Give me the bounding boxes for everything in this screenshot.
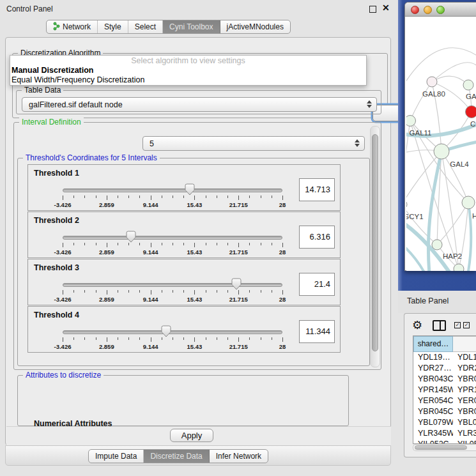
zoom-traffic-light-icon[interactable] bbox=[436, 6, 445, 14]
minor-tick bbox=[128, 243, 129, 245]
group-title: Table Data bbox=[22, 86, 63, 95]
network-edge[interactable] bbox=[441, 151, 459, 269]
network-edge-thick[interactable] bbox=[406, 242, 426, 271]
slider-track[interactable] bbox=[63, 236, 282, 240]
node-label: HAP2 bbox=[443, 252, 462, 260]
slider-thumb[interactable] bbox=[231, 278, 242, 290]
minimize-traffic-light-icon[interactable] bbox=[424, 6, 432, 14]
slider-thumb[interactable] bbox=[126, 231, 136, 243]
table-horizontal-scrollbar[interactable] bbox=[413, 444, 476, 451]
threshold-label: Threshold 1 bbox=[34, 169, 79, 178]
tick-label: 15.43 bbox=[187, 296, 203, 303]
network-node[interactable] bbox=[454, 264, 464, 271]
threshold-value-field[interactable]: 6.316 bbox=[299, 226, 335, 249]
table-cell: YBL079W bbox=[413, 417, 453, 428]
group-title: Attributes to discretize bbox=[23, 371, 104, 380]
content-scrollbar-thumb[interactable] bbox=[372, 134, 378, 351]
dropdown-item-equal-width-frequency[interactable]: Equal Width/Frequency Discretization bbox=[10, 75, 366, 85]
slider-track[interactable] bbox=[63, 283, 282, 287]
tab-discretize-data[interactable]: Discretize Data bbox=[144, 450, 209, 463]
table-data-combobox[interactable]: galFiltered.sif default node bbox=[22, 97, 377, 112]
network-node-hap2[interactable] bbox=[432, 240, 442, 250]
network-canvas[interactable]: GAL80GACGAL11GAL4GCY1HHAP2 bbox=[406, 17, 476, 271]
table-row[interactable]: YDR27…YDR27 bbox=[413, 363, 476, 374]
table-cell: YDL19 bbox=[453, 352, 476, 363]
threshold-box-2: Threshold 2-3.4262.8599.14415.4321.71528… bbox=[27, 211, 341, 258]
dropdown-placeholder-item[interactable]: Select algorithm to view settings bbox=[10, 56, 366, 66]
tick-label: -3.426 bbox=[54, 343, 72, 350]
slider-track[interactable] bbox=[63, 188, 282, 192]
threshold-value-field[interactable]: 11.344 bbox=[299, 320, 335, 343]
tab-jactivemnodules[interactable]: jActiveMNodules bbox=[220, 20, 290, 33]
tab-select[interactable]: Select bbox=[128, 20, 163, 33]
dropdown-item-manual-discretization[interactable]: Manual Discretization bbox=[10, 66, 366, 75]
table-row[interactable]: YPR145WYPR145W bbox=[413, 385, 476, 395]
slider-track[interactable] bbox=[63, 330, 282, 334]
table-row[interactable]: YIL052CYIL052C bbox=[413, 439, 476, 444]
gear-icon[interactable]: ⚙ bbox=[412, 319, 422, 332]
select-columns-checkbox-icon[interactable]: ✓ bbox=[454, 322, 461, 328]
slider-thumb[interactable] bbox=[185, 183, 195, 196]
close-traffic-light-icon[interactable] bbox=[411, 6, 419, 14]
threshold-value-field[interactable]: 14.713 bbox=[299, 178, 335, 201]
tab-cyni-toolbox[interactable]: Cyni Toolbox bbox=[163, 20, 220, 33]
table-row[interactable]: YER054CYER054C bbox=[413, 395, 476, 406]
table-row[interactable]: YBR045CYBR045C bbox=[413, 406, 476, 417]
column-header-name[interactable]: name bbox=[453, 336, 476, 352]
minor-tick bbox=[227, 337, 228, 340]
tab-style[interactable]: Style bbox=[98, 20, 128, 33]
network-node-ga[interactable] bbox=[463, 80, 473, 90]
network-node-gal80[interactable] bbox=[427, 77, 437, 87]
tab-network[interactable]: Network bbox=[47, 20, 98, 33]
table-row[interactable]: YLR345WYLR345W bbox=[413, 428, 476, 439]
table-row[interactable]: YBL079WYBL079W bbox=[413, 417, 476, 428]
minor-tick bbox=[261, 243, 261, 245]
tab-impute-data[interactable]: Impute Data bbox=[89, 450, 144, 463]
node-label: H bbox=[472, 212, 476, 220]
number-of-intervals-combobox[interactable]: 5 bbox=[142, 136, 365, 151]
select-all-checkbox-icon[interactable]: ✓ bbox=[463, 322, 470, 328]
network-edge[interactable] bbox=[432, 63, 476, 82]
content-scrollbar[interactable] bbox=[370, 126, 380, 367]
network-window-titlebar[interactable] bbox=[405, 3, 476, 17]
major-tick bbox=[107, 290, 107, 295]
network-node-h[interactable] bbox=[462, 196, 475, 209]
slider-thumb[interactable] bbox=[161, 325, 171, 337]
tick-label: 9.144 bbox=[143, 201, 158, 208]
table-cell: YER054C bbox=[413, 395, 453, 406]
minor-tick bbox=[96, 337, 96, 340]
network-edge[interactable] bbox=[410, 82, 432, 121]
major-tick bbox=[282, 337, 283, 342]
table-row[interactable]: YDL19…YDL19 bbox=[413, 352, 476, 363]
network-node-gal4[interactable] bbox=[434, 144, 449, 159]
minor-tick bbox=[128, 196, 129, 198]
apply-button[interactable]: Apply bbox=[170, 429, 213, 442]
network-node-gal11[interactable] bbox=[406, 116, 416, 127]
major-tick bbox=[107, 243, 107, 247]
tick-label: -3.426 bbox=[54, 296, 72, 303]
minor-tick bbox=[96, 196, 96, 198]
column-header-shared[interactable]: shared… bbox=[413, 336, 453, 352]
algorithm-dropdown-popup: Select algorithm to view settings Manual… bbox=[10, 55, 367, 86]
minor-tick bbox=[162, 243, 162, 245]
tick-label: -3.426 bbox=[54, 201, 72, 208]
table-cell: YIL052C bbox=[413, 439, 453, 444]
table-row[interactable]: YBR043CYBR043C bbox=[413, 374, 476, 385]
minor-tick bbox=[249, 290, 250, 293]
tab-label: Style bbox=[104, 22, 121, 31]
float-window-icon[interactable] bbox=[369, 6, 376, 13]
network-node-gcy1[interactable] bbox=[406, 199, 407, 210]
network-node-c[interactable] bbox=[466, 106, 476, 118]
network-edge-thick[interactable] bbox=[468, 203, 471, 271]
minor-tick bbox=[162, 337, 162, 340]
table-cell: YLR345W bbox=[413, 428, 453, 439]
node-table[interactable]: shared…name YDL19…YDL19YDR27…YDR27YBR043… bbox=[413, 335, 476, 444]
tab-infer-network[interactable]: Infer Network bbox=[210, 450, 268, 463]
threshold-value-field[interactable]: 21.4 bbox=[299, 273, 335, 296]
close-icon[interactable]: ✕ bbox=[382, 3, 390, 13]
tick-label: 28 bbox=[279, 201, 286, 208]
minor-tick bbox=[84, 337, 85, 340]
minor-tick bbox=[183, 290, 184, 293]
split-columns-icon[interactable] bbox=[433, 320, 446, 331]
table-horizontal-scrollbar-thumb[interactable] bbox=[415, 445, 467, 450]
